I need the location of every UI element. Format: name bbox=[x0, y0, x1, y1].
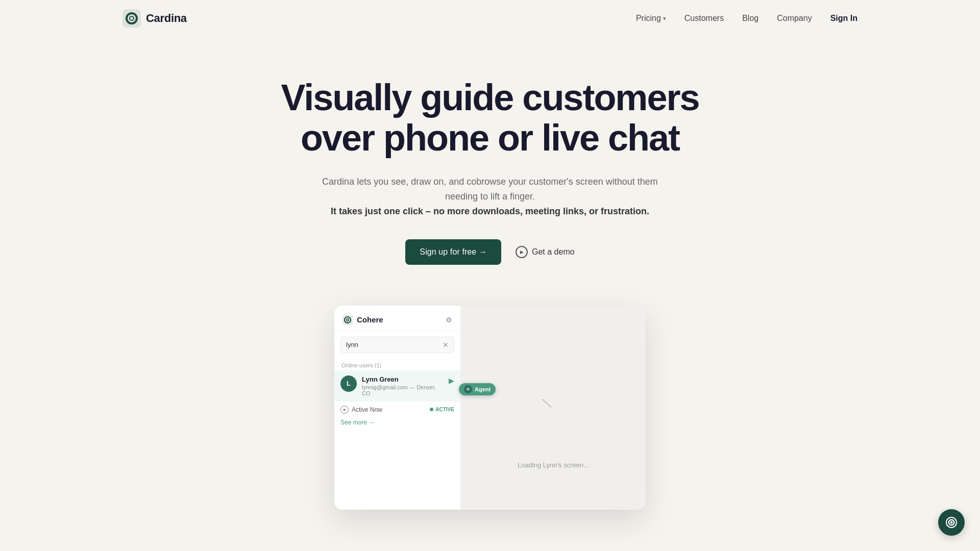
play-mini-icon: ▶ bbox=[340, 406, 349, 414]
hero-title: Visually guide customers over phone or l… bbox=[10, 78, 970, 158]
dashboard-header: Cohere ⚙ bbox=[334, 306, 460, 332]
hero-section: Visually guide customers over phone or l… bbox=[0, 37, 980, 295]
demo-container: Cohere ⚙ ✕ Online users (1) L Lynn Green… bbox=[0, 295, 980, 540]
demo-window: Cohere ⚙ ✕ Online users (1) L Lynn Green… bbox=[334, 306, 646, 510]
search-bar: ✕ bbox=[340, 337, 454, 353]
agent-avatar-icon: G bbox=[464, 385, 472, 393]
logo-link[interactable]: Cardina bbox=[122, 9, 187, 28]
agent-badge: G Agent bbox=[459, 383, 496, 395]
navbar: Cardina Pricing ▾ Customers Blog Company bbox=[0, 0, 980, 37]
user-avatar: L bbox=[340, 375, 357, 392]
logo-icon bbox=[122, 9, 141, 28]
dashboard-logo-icon bbox=[342, 315, 353, 325]
nav-company-link[interactable]: Company bbox=[777, 14, 812, 22]
screen-panel: ╲ Loading Lynn's screen... bbox=[461, 306, 646, 510]
dashboard-panel: Cohere ⚙ ✕ Online users (1) L Lynn Green… bbox=[334, 306, 461, 510]
signup-button[interactable]: Sign up for free → bbox=[405, 239, 501, 265]
cursor-icon: ╲ bbox=[542, 397, 551, 409]
svg-rect-0 bbox=[122, 9, 141, 28]
active-dot bbox=[430, 408, 433, 411]
nav-links: Pricing ▾ Customers Blog Company Sign In bbox=[636, 14, 857, 23]
loading-text: Loading Lynn's screen... bbox=[518, 461, 589, 469]
chevron-down-icon: ▾ bbox=[663, 15, 666, 22]
nav-pricing-link[interactable]: Pricing ▾ bbox=[636, 14, 666, 23]
nav-customers-link[interactable]: Customers bbox=[684, 14, 724, 22]
user-info: Lynn Green lynnig@gmail.com — Denver, CO bbox=[362, 375, 444, 396]
play-icon: ▶ bbox=[516, 246, 528, 258]
chat-icon bbox=[945, 516, 958, 529]
user-name: Lynn Green bbox=[362, 375, 444, 383]
online-users-label: Online users (1) bbox=[334, 358, 460, 370]
nav-blog-link[interactable]: Blog bbox=[742, 14, 758, 22]
user-list-item[interactable]: L Lynn Green lynnig@gmail.com — Denver, … bbox=[334, 370, 460, 402]
clear-search-icon[interactable]: ✕ bbox=[443, 341, 449, 349]
arrow-icon: ▶ bbox=[449, 377, 454, 385]
nav-signin-link[interactable]: Sign In bbox=[830, 14, 857, 22]
see-more-link[interactable]: See more → bbox=[334, 417, 460, 431]
search-input[interactable] bbox=[346, 341, 439, 348]
gear-icon[interactable]: ⚙ bbox=[446, 316, 452, 324]
dashboard-logo: Cohere bbox=[342, 315, 383, 325]
active-status-badge: ACTIVE bbox=[430, 407, 454, 412]
hero-cta-group: Sign up for free → ▶ Get a demo bbox=[10, 239, 970, 265]
floating-chat-button[interactable] bbox=[938, 509, 965, 536]
active-now-row: ▶ Active Now ACTIVE bbox=[334, 402, 460, 417]
user-details: lynnig@gmail.com — Denver, CO bbox=[362, 384, 444, 396]
hero-subtitle: Cardina lets you see, draw on, and cobro… bbox=[311, 174, 669, 218]
logo-text: Cardina bbox=[146, 12, 187, 25]
demo-button[interactable]: ▶ Get a demo bbox=[516, 246, 575, 258]
